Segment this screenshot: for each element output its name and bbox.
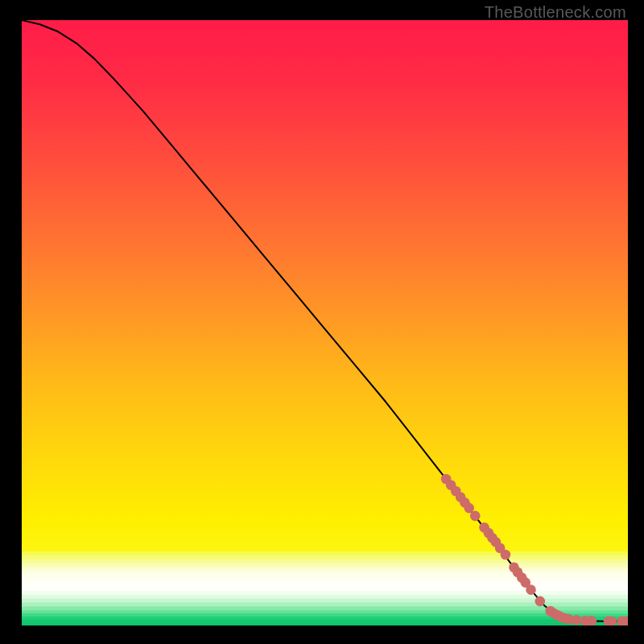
chart-background xyxy=(22,20,628,625)
watermark-text: TheBottleneck.com xyxy=(485,3,626,22)
svg-rect-17 xyxy=(22,617,628,620)
chart-plot-area xyxy=(22,20,628,625)
marker-dot xyxy=(526,584,536,595)
svg-rect-19 xyxy=(22,622,628,625)
svg-rect-18 xyxy=(22,619,628,622)
svg-rect-14 xyxy=(22,606,628,610)
marker-dot xyxy=(535,597,546,607)
svg-rect-8 xyxy=(22,583,628,587)
svg-rect-7 xyxy=(22,579,628,583)
svg-rect-6 xyxy=(22,575,628,579)
svg-rect-1 xyxy=(22,555,628,559)
svg-rect-9 xyxy=(22,587,628,591)
svg-rect-3 xyxy=(22,564,628,568)
green-strip xyxy=(22,610,628,625)
svg-rect-0 xyxy=(22,551,628,555)
svg-rect-10 xyxy=(22,591,628,595)
marker-dot xyxy=(572,615,582,625)
svg-rect-16 xyxy=(22,613,628,617)
marker-dot xyxy=(501,550,511,560)
marker-dot xyxy=(470,511,481,522)
svg-rect-15 xyxy=(22,610,628,613)
svg-rect-5 xyxy=(22,572,628,576)
svg-rect-2 xyxy=(22,559,628,564)
svg-rect-4 xyxy=(22,568,628,572)
